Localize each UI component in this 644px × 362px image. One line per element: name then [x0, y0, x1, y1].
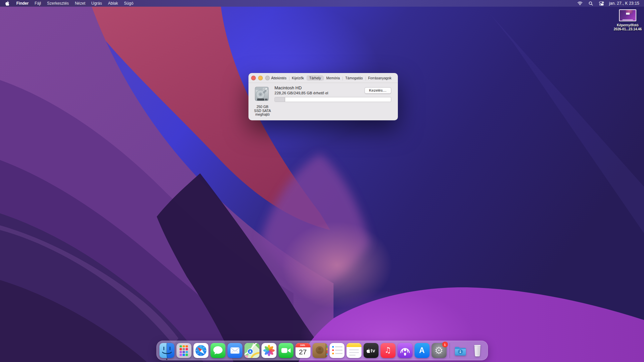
contacts-tab-red [327, 351, 328, 353]
dock-item-reminders[interactable] [330, 343, 345, 358]
notes-icon [347, 343, 362, 358]
app-store-icon: A [415, 343, 430, 358]
tab-memoria[interactable]: Memória [324, 75, 343, 81]
close-button[interactable] [251, 76, 256, 80]
podcasts-icon [398, 343, 413, 358]
apple-menu[interactable] [0, 0, 13, 7]
finder-icon [159, 343, 174, 358]
contacts-tab-green [327, 346, 328, 347]
dock-item-apple-tv[interactable]: tv [364, 343, 379, 358]
photos-icon [261, 343, 276, 358]
screenshot-filename-line1: Képernyőfotó [609, 23, 644, 27]
wallpaper-monterey [0, 0, 644, 362]
storage-usage-bar [274, 97, 391, 102]
reminders-row-blue [332, 346, 343, 348]
window-titlebar[interactable]: Áttekintés Kijelzők Tárhely Memória Támo… [248, 73, 398, 83]
tv-label: tv [371, 348, 376, 353]
dock-item-calendar[interactable]: JAN. 27 [295, 343, 310, 358]
tab-forrasanyagok[interactable]: Forrásanyagok [366, 75, 394, 81]
dock-item-mail[interactable] [227, 343, 242, 358]
dock-item-maps[interactable] [244, 343, 259, 358]
about-tabs: Áttekintés Kijelzők Tárhely Memória Támo… [268, 75, 394, 81]
dock-item-system-preferences[interactable]: 1 ⚙ [432, 343, 447, 358]
notes-yellow-band [347, 343, 362, 347]
dock-item-app-store[interactable]: A [415, 343, 430, 358]
menu-szerkesztes[interactable]: Szerkesztés [44, 0, 72, 7]
dock-item-trash[interactable] [470, 343, 485, 358]
drive-capacity: 250 GB [248, 105, 276, 109]
volume-availability: 228,26 GB/249,85 GB érhető el [274, 91, 328, 95]
app-store-letter: A [419, 346, 425, 355]
apple-tv-icon: tv [364, 343, 379, 358]
dock-item-safari[interactable] [193, 343, 208, 358]
dock: JAN. 27 [156, 341, 488, 360]
launchpad-icon [176, 343, 191, 358]
notes-line [349, 349, 359, 350]
dock-item-facetime[interactable] [278, 343, 293, 358]
storage-pane: 250 GB SSD SATA meghajtó Macintosh HD 22… [248, 83, 398, 120]
thumbnail-dock [622, 19, 633, 20]
dock-item-music[interactable]: ♫ [381, 343, 396, 358]
safari-icon [193, 343, 208, 358]
tab-kijelzok[interactable]: Kijelzők [289, 75, 306, 81]
calendar-icon: JAN. 27 [295, 343, 310, 358]
hard-drive-icon [254, 86, 269, 101]
download-arrow-icon: ↓ [459, 350, 462, 354]
music-note-glyph: ♫ [385, 346, 392, 354]
wifi-icon[interactable] [574, 0, 586, 7]
facetime-icon [278, 343, 293, 358]
mail-icon [227, 343, 242, 358]
dock-item-finder[interactable] [159, 343, 174, 358]
drive-type-2: meghajtó [248, 113, 276, 117]
dock-separator [450, 343, 450, 358]
music-icon: ♫ [381, 343, 396, 358]
reminders-row-red [332, 349, 343, 351]
reminders-row-orange [332, 353, 343, 354]
tab-tarhely[interactable]: Tárhely [306, 75, 324, 81]
maps-icon [244, 343, 259, 358]
messages-icon [210, 343, 225, 358]
finder-running-indicator [166, 359, 167, 360]
menu-nezet[interactable]: Nézet [72, 0, 88, 7]
tab-attekintes[interactable]: Áttekintés [268, 75, 289, 81]
thumbnail-window [626, 13, 630, 15]
dock-item-photos[interactable] [261, 343, 276, 358]
menu-bar-menus: Finder Fájl Szerkesztés Nézet Ugrás Abla… [0, 0, 136, 7]
dock-item-downloads[interactable]: ↓ [453, 343, 468, 358]
desktop-icon-screenshot[interactable]: Képernyőfotó 2026-01...23.14.46 [609, 9, 644, 31]
spotlight-search-icon[interactable] [586, 0, 596, 7]
dock-item-podcasts[interactable] [398, 343, 413, 358]
notes-line-3 [349, 355, 356, 356]
trash-icon [470, 343, 485, 358]
apple-logo-small [367, 349, 370, 353]
dock-item-contacts[interactable] [312, 343, 328, 358]
dock-item-messages[interactable] [210, 343, 225, 358]
control-center-icon[interactable] [596, 0, 607, 7]
notification-badge: 1 [442, 342, 448, 347]
downloads-folder-icon: ↓ [453, 343, 468, 358]
contacts-tab-blue [327, 354, 328, 355]
calendar-day: 27 [295, 347, 310, 357]
menu-ugras[interactable]: Ugrás [88, 0, 105, 7]
about-mac-window: Áttekintés Kijelzők Tárhely Memória Támo… [248, 73, 398, 120]
storage-bar-used [275, 97, 285, 102]
dock-item-notes[interactable] [347, 343, 362, 358]
menu-fajl[interactable]: Fájl [32, 0, 44, 7]
reminders-icon [330, 343, 345, 358]
screenshot-filename-line2: 2026-01...23.14.46 [609, 27, 644, 31]
menu-bar-clock[interactable]: jan. 27., K 23:15 [607, 1, 644, 6]
notes-line-2 [349, 352, 359, 353]
menu-sugo[interactable]: Súgó [121, 0, 136, 7]
menu-ablak[interactable]: Ablak [105, 0, 121, 7]
menu-finder[interactable]: Finder [13, 0, 32, 7]
tab-tamogatas[interactable]: Támogatás [343, 75, 366, 81]
manage-button[interactable]: Kezelés… [365, 87, 391, 94]
traffic-lights [251, 76, 270, 80]
minimize-button[interactable] [258, 76, 263, 80]
menu-bar: Finder Fájl Szerkesztés Nézet Ugrás Abla… [0, 0, 644, 7]
drive-caption: 250 GB SSD SATA meghajtó [248, 105, 276, 117]
launchpad-grid [180, 345, 188, 356]
apple-logo-icon [5, 1, 9, 6]
desktop: Finder Fájl Szerkesztés Nézet Ugrás Abla… [0, 0, 644, 362]
dock-item-launchpad[interactable] [176, 343, 191, 358]
